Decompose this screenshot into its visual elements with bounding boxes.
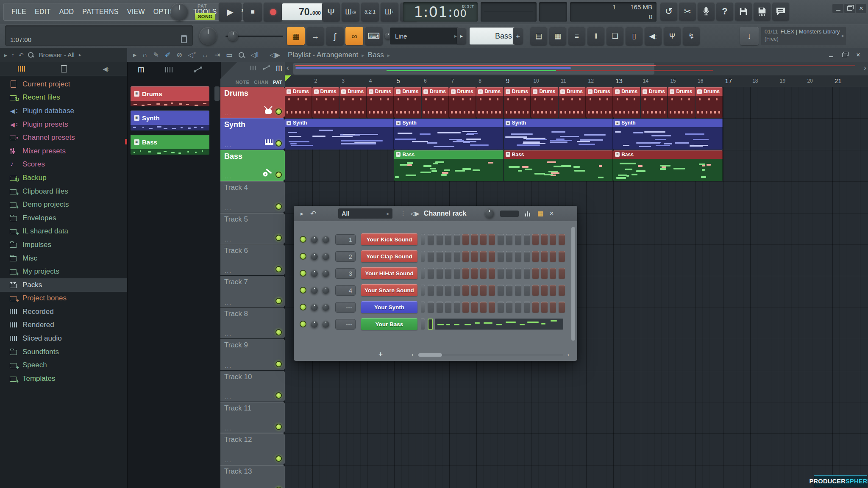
rack-analyzer-icon[interactable] xyxy=(525,211,531,216)
mute-tool-icon[interactable]: ◁× xyxy=(188,51,196,59)
browser-item-my-projects[interactable]: My projects xyxy=(0,265,127,278)
metronome-button[interactable]: Ψ xyxy=(322,2,340,22)
playback-tool-icon[interactable]: ◁‖ xyxy=(251,51,259,59)
step-cell[interactable] xyxy=(559,251,565,262)
main-volume-knob[interactable] xyxy=(170,3,188,21)
browser-item-backup[interactable]: Backup xyxy=(0,171,127,185)
track-led[interactable] xyxy=(275,108,282,115)
step-cell[interactable] xyxy=(498,285,504,296)
browser-item-recent-files[interactable]: Recent files xyxy=(0,91,127,105)
clip-synth[interactable]: ≡Synth xyxy=(394,119,503,149)
step-cell[interactable] xyxy=(515,302,521,313)
clip-drums[interactable]: ≡Drums xyxy=(367,87,394,118)
clip-drums[interactable]: ≡Drums xyxy=(339,87,367,118)
browser-item-templates[interactable]: Templates xyxy=(0,372,127,385)
step-edit-button[interactable]: → xyxy=(306,27,324,45)
track-header-track-9[interactable]: Track 9... xyxy=(220,339,285,370)
step-cell[interactable] xyxy=(515,268,521,279)
step-cell[interactable] xyxy=(480,234,487,245)
track-header-track-11[interactable]: Track 11... xyxy=(220,402,285,433)
step-cell[interactable] xyxy=(489,302,495,313)
browser-item-il-shared-data[interactable]: IL shared data xyxy=(0,225,127,238)
export-wave-button[interactable] xyxy=(754,2,771,21)
step-cell[interactable] xyxy=(428,251,434,262)
countdown-button[interactable]: 3.2.1 xyxy=(361,2,379,22)
piano-roll-button[interactable]: ▦ xyxy=(549,27,566,45)
clip-drums[interactable]: ≡Drums xyxy=(504,87,531,118)
step-cell[interactable] xyxy=(524,302,530,313)
step-cell[interactable] xyxy=(524,268,530,279)
picker-audio-icon[interactable] xyxy=(165,67,173,72)
track-options-dots[interactable]: ... xyxy=(225,331,232,337)
step-cell[interactable] xyxy=(515,285,521,296)
track-options-dots[interactable]: ... xyxy=(225,205,232,211)
step-cell[interactable] xyxy=(437,268,443,279)
track-led[interactable] xyxy=(275,329,282,336)
track-options-dots[interactable]: ... xyxy=(225,394,232,400)
track-led[interactable] xyxy=(275,203,282,210)
step-cell[interactable] xyxy=(541,251,548,262)
scroll-left-icon[interactable]: ‹ xyxy=(287,64,289,72)
channel-mute-strip[interactable] xyxy=(421,251,425,262)
snap-selector[interactable]: Line▸ xyxy=(390,28,462,44)
rack-swing-slider[interactable] xyxy=(500,211,519,217)
browser-item-packs[interactable]: Packs xyxy=(0,278,127,292)
browser-item-scores[interactable]: Scores xyxy=(0,158,127,172)
draw-pencil-icon[interactable]: ✎ xyxy=(153,51,159,59)
channel-volume-knob[interactable] xyxy=(322,270,329,277)
browser-item-sliced-audio[interactable]: Sliced audio xyxy=(0,332,127,345)
pat-mode-label[interactable]: PAT xyxy=(198,3,207,8)
track-header-track-5[interactable]: Track 5... xyxy=(220,213,285,244)
touch-controller-button[interactable]: ↯ xyxy=(683,27,700,45)
step-cell[interactable] xyxy=(541,268,548,279)
menu-patterns[interactable]: PATTERNS xyxy=(78,8,122,16)
step-cell[interactable] xyxy=(524,285,530,296)
slice-tool-icon[interactable]: ⇥ xyxy=(214,51,220,59)
tempo-display[interactable]: 70.000 ▴▾ xyxy=(282,3,327,20)
minimize-button[interactable] xyxy=(832,4,843,13)
zoom-tool-icon[interactable] xyxy=(239,52,245,58)
channel-mute-strip[interactable] xyxy=(421,302,425,313)
picker-automation-icon[interactable] xyxy=(194,67,202,72)
channel-volume-knob[interactable] xyxy=(322,236,329,243)
clip-bass[interactable]: ≡Bass xyxy=(394,150,503,181)
browser-breadcrumb[interactable]: Browser - All xyxy=(39,51,75,58)
step-cell[interactable] xyxy=(471,302,478,313)
step-cell[interactable] xyxy=(506,302,512,313)
add-channel-button[interactable]: + xyxy=(373,350,388,358)
channel-pan-knob[interactable] xyxy=(311,321,318,328)
step-cell[interactable] xyxy=(471,268,478,279)
track-led[interactable] xyxy=(275,235,282,241)
close-button[interactable]: × xyxy=(856,4,866,13)
scroll-right-icon[interactable]: › xyxy=(567,351,569,358)
track-led[interactable] xyxy=(275,298,282,304)
playlist-button[interactable]: ▤ xyxy=(530,27,547,45)
browser-menu-icon[interactable]: ▸ xyxy=(4,52,7,58)
step-cell[interactable] xyxy=(428,285,434,296)
maximize-button[interactable] xyxy=(844,4,855,13)
download-content-button[interactable]: ↓ xyxy=(740,27,759,45)
pattern-item-bass[interactable]: ≡Bass xyxy=(131,135,209,149)
channel-led[interactable] xyxy=(300,321,306,327)
step-cell[interactable] xyxy=(532,251,539,262)
browser-item-soundfonts[interactable]: Soundfonts xyxy=(0,345,127,359)
channel-led[interactable] xyxy=(300,270,306,277)
channel-volume-knob[interactable] xyxy=(322,304,329,311)
channel-number[interactable]: 2 xyxy=(335,251,356,262)
browser-item-plugin-presets[interactable]: Plugin presets xyxy=(0,118,127,131)
step-cell[interactable] xyxy=(445,268,451,279)
browser-item-envelopes[interactable]: Envelopes xyxy=(0,211,127,225)
step-cell[interactable] xyxy=(489,268,495,279)
rack-scroll-handle[interactable] xyxy=(418,353,442,357)
undo-button[interactable]: ↺ xyxy=(660,2,677,21)
track-options-dots[interactable]: ... xyxy=(225,425,232,432)
step-cell[interactable] xyxy=(445,302,451,313)
pattern-item-synth[interactable]: ≡Synth xyxy=(131,111,209,125)
step-cell[interactable] xyxy=(559,285,565,296)
browser-item-speech[interactable]: Speech xyxy=(0,358,127,372)
scroll-left-icon[interactable]: ‹ xyxy=(412,351,414,358)
step-cell[interactable] xyxy=(559,302,565,313)
flex-preset-panel[interactable]: 01/11FLEX | Monsters Library (Free) ▸ xyxy=(761,27,846,45)
step-cell[interactable] xyxy=(498,251,504,262)
step-cell[interactable] xyxy=(454,268,460,279)
